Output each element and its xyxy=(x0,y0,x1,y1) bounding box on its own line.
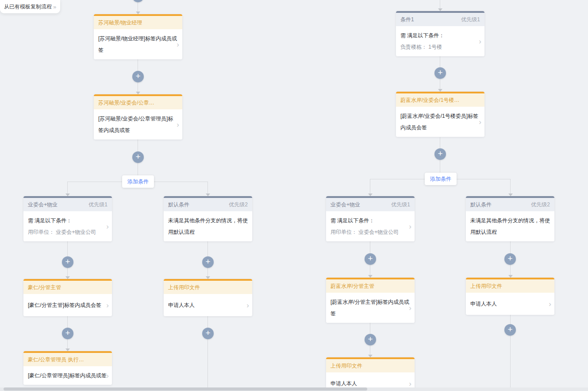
condition-node[interactable]: 默认条件 优先级2 未满足其他条件分支的情况，将使用默认流程 xyxy=(164,196,252,241)
add-node-button[interactable]: + xyxy=(132,151,144,163)
condition-header: 默认条件 优先级2 xyxy=(164,198,252,211)
approval-node[interactable]: 上传用印文件 申请人本人› xyxy=(466,278,554,315)
horizontal-scrollbar-thumb[interactable] xyxy=(4,387,367,391)
add-node-button[interactable]: + xyxy=(62,256,73,268)
breadcrumb-label: 从已有模板复制流程 xyxy=(4,3,52,11)
add-condition-button[interactable]: 添加条件 xyxy=(425,173,457,185)
chevron-right-icon: › xyxy=(409,380,411,387)
node-title: 上传用印文件 xyxy=(466,279,554,293)
chevron-right-icon: › xyxy=(106,372,109,379)
condition-priority: 优先级1 xyxy=(391,201,410,209)
condition-rule-label: 需 满足以下条件： xyxy=(28,215,108,226)
plus-icon: + xyxy=(368,254,373,263)
condition-node[interactable]: 条件1 优先级1 需 满足以下条件： 负责楼栋： 1号楼 › xyxy=(396,11,484,56)
add-node-button[interactable]: + xyxy=(504,324,516,336)
condition-node[interactable]: 业委会+物业 优先级1 需 满足以下条件： 用印单位： 业委会+物业公司 › xyxy=(23,196,112,241)
condition-rule-value: 用印单位： 业委会+物业公司 xyxy=(28,226,108,238)
plus-icon: + xyxy=(135,71,140,81)
condition-rule-value: 用印单位： 业委会+物业公司 xyxy=(331,226,410,238)
node-body: [豪仁/分管主管]标签内成员会签› xyxy=(23,294,112,316)
approval-node[interactable]: 苏河融景/物业经理 [苏河融景/物业经理]标签内成员或签› xyxy=(94,14,182,59)
chevron-right-icon: › xyxy=(177,41,179,48)
add-condition-button[interactable]: 添加条件 xyxy=(122,175,154,188)
condition-priority: 优先级2 xyxy=(229,201,248,209)
node-body: 需 满足以下条件： 负责楼栋： 1号楼 › xyxy=(396,26,484,56)
add-node-button[interactable]: + xyxy=(132,71,144,82)
plus-icon: + xyxy=(368,334,373,344)
add-node-button[interactable]: + xyxy=(202,256,214,268)
condition-rule-label: 需 满足以下条件： xyxy=(331,215,410,226)
node-body: [豪仁/公章管理员]标签内成员或签› xyxy=(23,366,112,385)
node-title: 豪仁/公章管理员 执行… xyxy=(23,353,112,366)
node-body: [蔚蓝水岸/业委会/1号楼委员]标签内成员会签› xyxy=(396,107,484,137)
node-title: 蔚蓝水岸/分管主管 xyxy=(326,279,415,293)
plus-icon: + xyxy=(438,149,442,158)
add-node-button[interactable]: + xyxy=(365,334,376,345)
condition-priority: 优先级2 xyxy=(531,201,550,209)
add-node-button[interactable]: + xyxy=(434,148,446,160)
node-title: 豪仁/分管主管 xyxy=(23,281,112,294)
node-body: 需 满足以下条件： 用印单位： 业委会+物业公司 › xyxy=(23,211,112,241)
add-node-button[interactable]: + xyxy=(504,253,516,265)
add-node-button[interactable]: + xyxy=(132,0,144,2)
approval-node[interactable]: 蔚蓝水岸/业委会/1号楼… [蔚蓝水岸/业委会/1号楼委员]标签内成员会签› xyxy=(396,92,484,137)
node-body: [苏河融景/物业经理]标签内成员或签› xyxy=(94,29,182,59)
condition-description: 未满足其他条件分支的情况，将使用默认流程 xyxy=(168,215,248,238)
plus-icon: + xyxy=(205,328,210,337)
condition-header: 业委会+物业 优先级1 xyxy=(23,198,112,211)
approval-node[interactable]: 蔚蓝水岸/分管主管 [蔚蓝水岸/分管主管]标签内成员或签› xyxy=(326,278,415,323)
condition-header: 默认条件 优先级2 xyxy=(466,198,554,211)
chevron-right-icon: › xyxy=(106,223,109,230)
workflow-canvas: + + + + + + + + + + + + + 添加条件 添加条件 苏河融景… xyxy=(0,0,588,391)
approval-node[interactable]: 豪仁/公章管理员 执行… [豪仁/公章管理员]标签内成员或签› xyxy=(23,351,112,385)
double-chevron-icon: » xyxy=(53,4,56,10)
condition-title: 业委会+物业 xyxy=(28,201,58,209)
node-title: 苏河融景/业委会/公章… xyxy=(94,96,182,109)
chevron-right-icon: › xyxy=(479,118,481,126)
node-title: 上传用印文件 xyxy=(326,359,415,372)
breadcrumb[interactable]: 从已有模板复制流程 » xyxy=(0,0,60,13)
node-title: 上传用印文件 xyxy=(164,281,252,294)
add-node-button[interactable]: + xyxy=(434,67,446,79)
node-body: [苏河融景/业委会/公章管理员]标签内成员或签› xyxy=(94,109,182,139)
condition-priority: 优先级1 xyxy=(88,201,108,209)
node-body: 需 满足以下条件： 用印单位： 业委会+物业公司 › xyxy=(326,211,415,241)
chevron-right-icon: › xyxy=(246,302,249,309)
condition-description: 未满足其他条件分支的情况，将使用默认流程 xyxy=(470,215,550,238)
condition-title: 业委会+物业 xyxy=(331,201,360,209)
condition-node[interactable]: 业委会+物业 优先级1 需 满足以下条件： 用印单位： 业委会+物业公司 › xyxy=(326,196,415,241)
node-body: 未满足其他条件分支的情况，将使用默认流程 xyxy=(164,211,252,241)
chevron-right-icon: › xyxy=(177,121,179,128)
chevron-right-icon: › xyxy=(106,302,109,309)
add-node-button[interactable]: + xyxy=(365,253,376,265)
plus-icon: + xyxy=(205,257,210,266)
condition-title: 条件1 xyxy=(400,16,414,23)
condition-header: 业委会+物业 优先级1 xyxy=(326,198,415,211)
approval-node[interactable]: 苏河融景/业委会/公章… [苏河融景/业委会/公章管理员]标签内成员或签› xyxy=(94,94,182,139)
add-node-button[interactable]: + xyxy=(202,328,214,339)
plus-icon: + xyxy=(135,0,140,0)
node-body: 未满足其他条件分支的情况，将使用默认流程 xyxy=(466,211,554,241)
approval-node[interactable]: 豪仁/分管主管 [豪仁/分管主管]标签内成员会签› xyxy=(23,279,112,316)
condition-priority: 优先级1 xyxy=(461,16,480,23)
node-body: 申请人本人› xyxy=(466,293,554,315)
condition-title: 默认条件 xyxy=(470,201,492,209)
node-title: 蔚蓝水岸/业委会/1号楼… xyxy=(396,93,484,107)
chevron-right-icon: › xyxy=(409,223,411,230)
plus-icon: + xyxy=(438,68,442,77)
chevron-right-icon: › xyxy=(479,38,481,45)
approval-node[interactable]: 上传用印文件 申请人本人› xyxy=(326,357,415,391)
condition-node[interactable]: 默认条件 优先级2 未满足其他条件分支的情况，将使用默认流程 xyxy=(466,196,554,241)
node-body: [蔚蓝水岸/分管主管]标签内成员或签› xyxy=(326,293,415,323)
plus-icon: + xyxy=(65,328,70,337)
node-body: 申请人本人› xyxy=(164,294,252,316)
plus-icon: + xyxy=(507,325,512,334)
condition-rule-label: 需 满足以下条件： xyxy=(400,30,480,41)
plus-icon: + xyxy=(135,152,140,161)
add-node-button[interactable]: + xyxy=(62,328,73,339)
condition-header: 条件1 优先级1 xyxy=(396,13,484,26)
chevron-right-icon: › xyxy=(549,300,551,308)
chevron-right-icon: › xyxy=(409,304,411,312)
connector-line xyxy=(208,314,208,391)
approval-node[interactable]: 上传用印文件 申请人本人› xyxy=(164,279,252,316)
